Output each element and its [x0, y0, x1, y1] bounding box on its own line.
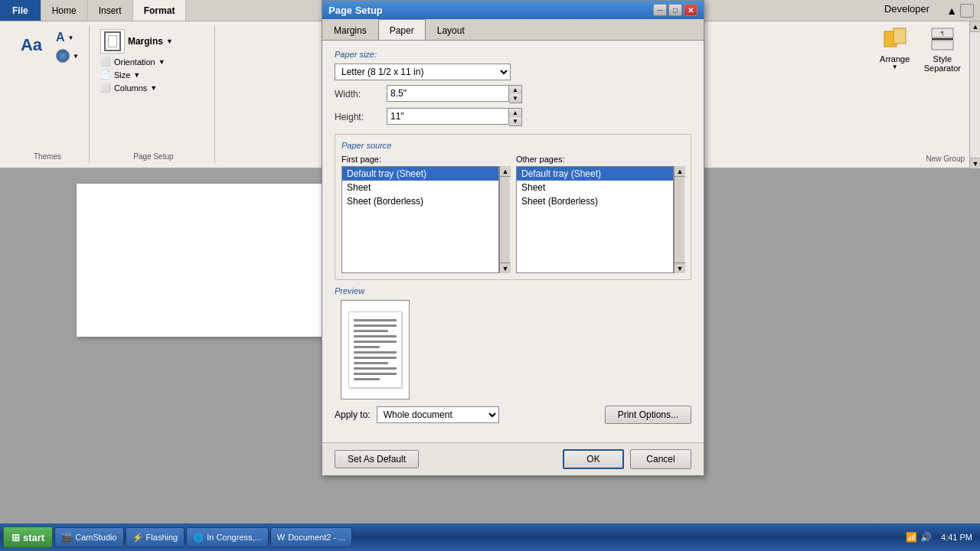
other-pages-scroll-track — [675, 177, 684, 262]
start-icon: ⊞ — [11, 532, 20, 543]
start-button[interactable]: ⊞ start — [3, 527, 53, 548]
camstudio-label: CamStudio — [75, 533, 116, 542]
other-pages-item-2[interactable]: Sheet (Borderless) — [517, 194, 673, 208]
paper-size-row: Letter (8 1/2 x 11 in) A4 Legal — [335, 64, 691, 80]
width-spin-down[interactable]: ▼ — [509, 94, 521, 103]
other-pages-label: Other pages: — [516, 155, 684, 164]
width-spinner: ▲ ▼ — [509, 85, 522, 103]
apply-to-row: Apply to: Whole document This section Th… — [335, 406, 691, 424]
taskbar-item-camstudio[interactable]: 🎬 CamStudio — [54, 527, 123, 547]
preview-line-11 — [354, 373, 397, 375]
other-pages-scrollbar[interactable]: ▲ ▼ — [674, 166, 684, 273]
first-page-item-0[interactable]: Default tray (Sheet) — [342, 167, 498, 181]
volume-icon: 🔊 — [920, 532, 932, 543]
first-page-item-1[interactable]: Sheet — [342, 181, 498, 194]
width-label: Width: — [335, 89, 381, 99]
first-page-scroll-up[interactable]: ▲ — [500, 166, 511, 177]
first-page-label: First page: — [341, 155, 510, 164]
preview-line-8 — [354, 357, 397, 359]
dialog-overlay: Page Setup ─ □ ✕ Margins Paper Layout Pa… — [0, 0, 980, 523]
set-as-default-button[interactable]: Set As Default — [335, 450, 419, 468]
first-page-scroll-down[interactable]: ▼ — [500, 262, 511, 273]
apply-to-select[interactable]: Whole document This section This point f… — [377, 406, 499, 423]
dialog-restore-button[interactable]: □ — [668, 4, 682, 16]
paper-size-label: Paper size: — [335, 50, 691, 59]
time-display: 4:41 PM — [941, 533, 972, 542]
dialog-body: Paper size: Letter (8 1/2 x 11 in) A4 Le… — [322, 41, 704, 442]
height-label: Height: — [335, 112, 381, 122]
print-options-button[interactable]: Print Options... — [605, 406, 691, 424]
network-icon: 📶 — [906, 532, 917, 543]
preview-page — [348, 311, 402, 388]
preview-line-9 — [354, 362, 388, 364]
other-pages-scroll-up[interactable]: ▲ — [675, 166, 685, 177]
dialog-title-buttons: ─ □ ✕ — [653, 4, 697, 16]
height-spinner: ▲ ▼ — [509, 108, 522, 126]
first-page-list[interactable]: Default tray (Sheet) Sheet Sheet (Border… — [341, 166, 499, 273]
tab-layout[interactable]: Layout — [426, 21, 476, 40]
taskbar-item-flashing[interactable]: ⚡ Flashing — [126, 527, 185, 547]
word-label: Document2 - ... — [288, 533, 345, 542]
tab-margins[interactable]: Margins — [322, 21, 378, 40]
width-input-group: ▲ ▼ — [387, 85, 522, 103]
width-row: Width: ▲ ▼ — [335, 85, 691, 103]
other-pages-col: Other pages: Default tray (Sheet) Sheet … — [516, 155, 684, 273]
page-setup-dialog: Page Setup ─ □ ✕ Margins Paper Layout Pa… — [322, 0, 704, 476]
preview-line-5 — [354, 341, 397, 343]
other-pages-list-container: Default tray (Sheet) Sheet Sheet (Border… — [516, 166, 684, 273]
other-pages-scroll-down[interactable]: ▼ — [675, 262, 685, 273]
preview-area — [335, 300, 691, 399]
preview-line-10 — [354, 367, 397, 370]
preview-line-7 — [354, 351, 397, 354]
paper-source-columns: First page: Default tray (Sheet) Sheet S… — [341, 155, 684, 273]
ok-button[interactable]: OK — [563, 449, 624, 469]
other-pages-list[interactable]: Default tray (Sheet) Sheet Sheet (Border… — [516, 166, 674, 273]
paper-size-select[interactable]: Letter (8 1/2 x 11 in) A4 Legal — [335, 64, 511, 80]
height-spin-down[interactable]: ▼ — [509, 117, 521, 126]
paper-size-section: Paper size: Letter (8 1/2 x 11 in) A4 Le… — [335, 50, 691, 126]
height-input-group: ▲ ▼ — [387, 108, 522, 126]
preview-section: Preview — [335, 286, 691, 399]
other-pages-item-1[interactable]: Sheet — [517, 181, 673, 194]
taskbar: ⊞ start 🎬 CamStudio ⚡ Flashing 🌐 In Cong… — [0, 523, 980, 551]
first-page-item-2[interactable]: Sheet (Borderless) — [342, 194, 498, 208]
browser-icon: 🌐 — [193, 533, 204, 543]
width-spin-up[interactable]: ▲ — [509, 86, 521, 94]
preview-line-3 — [354, 330, 388, 332]
first-page-scrollbar[interactable]: ▲ ▼ — [499, 166, 510, 273]
browser-label: In Congress,... — [207, 533, 262, 542]
taskbar-item-browser[interactable]: 🌐 In Congress,... — [186, 527, 269, 547]
dialog-title: Page Setup — [328, 5, 653, 16]
paper-source-section: Paper source First page: Default tray (S… — [335, 134, 691, 280]
tab-paper[interactable]: Paper — [378, 19, 426, 40]
preview-line-4 — [354, 335, 397, 337]
width-input[interactable] — [387, 85, 509, 102]
start-label: start — [23, 532, 44, 543]
word-icon: W — [277, 533, 285, 542]
camstudio-icon: 🎬 — [61, 533, 72, 543]
dialog-tabs: Margins Paper Layout — [322, 19, 704, 41]
taskbar-item-word[interactable]: W Document2 - ... — [270, 527, 353, 547]
taskbar-system-icons: 📶 🔊 — [903, 532, 935, 543]
height-input[interactable] — [387, 108, 509, 125]
preview-line-2 — [354, 324, 397, 327]
height-spin-up[interactable]: ▲ — [509, 109, 521, 117]
height-row: Height: ▲ ▼ — [335, 108, 691, 126]
first-page-scroll-track — [500, 177, 510, 262]
preview-line-12 — [354, 378, 380, 380]
cancel-button[interactable]: Cancel — [630, 449, 691, 469]
dialog-buttons: Set As Default OK Cancel — [322, 442, 704, 475]
dialog-titlebar: Page Setup ─ □ ✕ — [322, 1, 704, 19]
other-pages-item-0[interactable]: Default tray (Sheet) — [517, 167, 673, 181]
dialog-minimize-button[interactable]: ─ — [653, 4, 667, 16]
preview-line-1 — [354, 319, 397, 321]
paper-source-label: Paper source — [341, 141, 684, 150]
dialog-close-button[interactable]: ✕ — [684, 4, 697, 16]
first-page-col: First page: Default tray (Sheet) Sheet S… — [341, 155, 510, 273]
preview-label: Preview — [335, 286, 691, 295]
dialog-ok-cancel: OK Cancel — [563, 449, 691, 469]
flashing-label: Flashing — [146, 533, 178, 542]
first-page-list-container: Default tray (Sheet) Sheet Sheet (Border… — [341, 166, 510, 273]
preview-line-6 — [354, 346, 380, 348]
preview-box — [341, 300, 410, 399]
